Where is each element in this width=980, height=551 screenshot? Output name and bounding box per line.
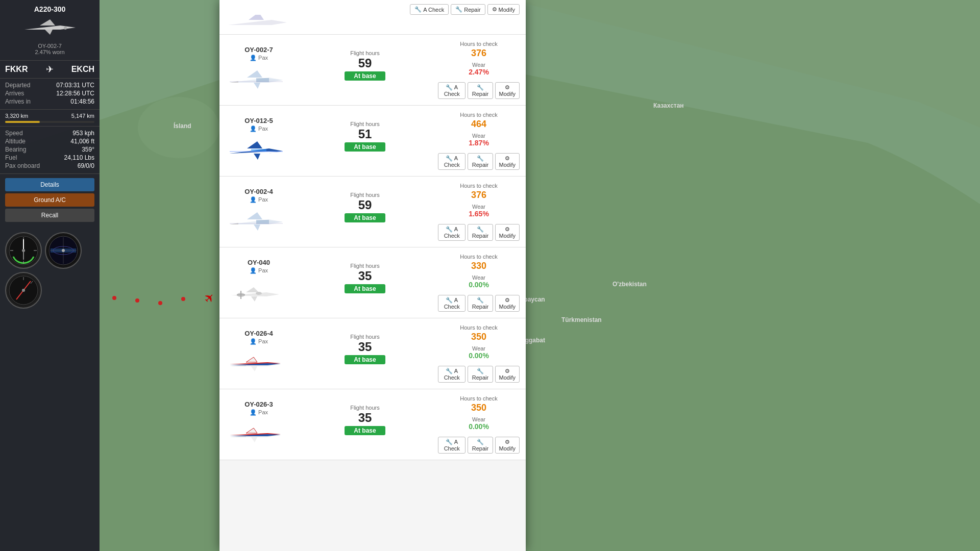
wear-value-4: 0.00% (438, 352, 520, 360)
route-from: FKKR (5, 65, 28, 74)
at-base-badge-0: At base (345, 71, 385, 81)
progress-track (5, 121, 94, 123)
flight-hours-label-4: Flight hours (297, 334, 433, 340)
repair-button-3[interactable]: 🔧 Repair (468, 295, 493, 312)
aircraft-header: A220-300 OY-002-7 2.47% worn (0, 0, 100, 61)
flight-hours-5: 35 (297, 411, 433, 425)
aircraft-type-0: 👤 Pax (226, 55, 292, 61)
flight-hours-label-5: Flight hours (297, 405, 433, 411)
wear-label-2: Wear (438, 204, 520, 210)
instruments-panel (0, 228, 100, 313)
a-check-button-0[interactable]: 🔧 A Check (438, 82, 465, 99)
flight-info-2: Flight hours 59 At base (297, 183, 433, 222)
aircraft-image (19, 15, 81, 41)
flight-hours-3: 35 (297, 269, 433, 283)
fuel-value: 24,110 Lbs (64, 154, 94, 161)
action-buttons-5: 🔧 A Check 🔧 Repair ⚙ Modify (438, 437, 520, 454)
maintenance-info-4: Hours to check 350 Wear 0.00% 🔧 A Check … (438, 324, 520, 383)
wear-value-1: 1.87% (438, 139, 520, 147)
instrument-compass (5, 232, 42, 269)
modify-button-0[interactable]: ⚙ Modify (495, 82, 520, 99)
aircraft-type-1: 👤 Pax (226, 126, 292, 132)
flight-dot-2 (135, 298, 139, 303)
maintenance-info-2: Hours to check 376 Wear 1.65% 🔧 A Check … (438, 183, 520, 241)
at-base-badge-2: At base (345, 213, 385, 222)
modify-button-5[interactable]: ⚙ Modify (495, 437, 520, 454)
repair-button-5[interactable]: 🔧 Repair (468, 437, 493, 454)
top-repair-button[interactable]: 🔧 Repair (451, 4, 485, 15)
top-a-check-button[interactable]: 🔧 A Check (410, 4, 449, 15)
flight-details: Speed 953 kph Altitude 41,006 ft Bearing… (0, 127, 100, 174)
wear-value-0: 2.47% (438, 68, 520, 76)
flight-info-5: Flight hours 35 At base (297, 395, 433, 435)
aircraft-image-2: OY-002-4 👤 Pax (226, 183, 292, 240)
aircraft-reg: OY-002-7 (5, 43, 94, 49)
svg-rect-25 (251, 149, 266, 152)
a-check-button-2[interactable]: 🔧 A Check (438, 224, 465, 241)
svg-point-20 (22, 289, 25, 292)
hours-to-check-1: 464 (438, 119, 520, 130)
wear-value-3: 0.00% (438, 281, 520, 289)
flight-hours-label-1: Flight hours (297, 121, 433, 127)
flight-info-1: Flight hours 51 At base (297, 112, 433, 152)
top-partial-item: 🔧 A Check 🔧 Repair ⚙ Modify (219, 0, 526, 35)
hours-to-check-label-4: Hours to check (438, 324, 520, 331)
bearing-label: Bearing (5, 146, 26, 153)
maintenance-info-3: Hours to check 330 Wear 0.00% 🔧 A Check … (438, 254, 520, 312)
aircraft-reg-4: OY-026-4 (226, 330, 292, 337)
modify-button-2[interactable]: ⚙ Modify (495, 224, 520, 241)
bearing-value: 359° (82, 146, 94, 153)
aircraft-image-1: OY-012-5 👤 Pax (226, 112, 292, 169)
aircraft-list-panel: 🔧 A Check 🔧 Repair ⚙ Modify (219, 0, 526, 551)
instrument-gyro (45, 232, 82, 269)
hours-to-check-3: 330 (438, 261, 520, 271)
ground-ac-button[interactable]: Ground A/C (5, 193, 94, 207)
wear-label-0: Wear (438, 62, 520, 68)
recall-button[interactable]: Recall (5, 209, 94, 222)
arrives-value: 12:28:56 UTC (56, 90, 94, 97)
hours-to-check-0: 376 (438, 48, 520, 59)
a-check-button-3[interactable]: 🔧 A Check (438, 295, 465, 312)
modify-button-4[interactable]: ⚙ Modify (495, 366, 520, 383)
departed-label: Departed (5, 82, 30, 89)
repair-button-1[interactable]: 🔧 Repair (468, 153, 493, 170)
aircraft-type-3: 👤 Pax (226, 267, 292, 274)
altitude-value: 41,006 ft (70, 138, 94, 145)
modify-button-1[interactable]: ⚙ Modify (495, 153, 520, 170)
sidebar-buttons: Details Ground A/C Recall (0, 174, 100, 228)
top-action-buttons: 🔧 A Check 🔧 Repair ⚙ Modify (226, 4, 520, 15)
sidebar: A220-300 OY-002-7 2.47% worn FKKR ✈ EKCH… (0, 0, 100, 551)
action-buttons-0: 🔧 A Check 🔧 Repair ⚙ Modify (438, 82, 520, 99)
flight-hours-label-3: Flight hours (297, 263, 433, 269)
aircraft-type-2: 👤 Pax (226, 196, 292, 203)
a-check-button-4[interactable]: 🔧 A Check (438, 366, 465, 383)
flight-hours-2: 59 (297, 198, 433, 212)
flight-hours-1: 51 (297, 127, 433, 141)
modify-button-3[interactable]: ⚙ Modify (495, 295, 520, 312)
wear-value-5: 0.00% (438, 422, 520, 431)
details-button[interactable]: Details (5, 178, 94, 191)
hours-to-check-4: 350 (438, 332, 520, 342)
departed-value: 07:03:31 UTC (56, 82, 94, 89)
route-plane-icon: ✈ (46, 64, 54, 75)
wear-label-5: Wear (438, 416, 520, 422)
flight-dot-4 (181, 297, 185, 301)
wear-label-1: Wear (438, 133, 520, 139)
aircraft-reg-1: OY-012-5 (226, 117, 292, 124)
at-base-badge-4: At base (345, 355, 385, 364)
repair-button-4[interactable]: 🔧 Repair (468, 366, 493, 383)
repair-button-0[interactable]: 🔧 Repair (468, 82, 493, 99)
a-check-button-1[interactable]: 🔧 A Check (438, 153, 465, 170)
maintenance-info-5: Hours to check 350 Wear 0.00% 🔧 A Check … (438, 395, 520, 454)
a-check-button-5[interactable]: 🔧 A Check (438, 437, 465, 454)
repair-button-2[interactable]: 🔧 Repair (468, 224, 493, 241)
flight-info-3: Flight hours 35 At base (297, 254, 433, 293)
svg-point-16 (62, 249, 65, 252)
hours-to-check-label-3: Hours to check (438, 254, 520, 260)
aircraft-model: A220-300 (5, 5, 94, 13)
top-modify-button[interactable]: ⚙ Modify (487, 4, 520, 15)
dist-covered: 3,320 km (5, 113, 28, 119)
aircraft-worn: 2.47% worn (5, 49, 94, 55)
hours-to-check-label-0: Hours to check (438, 41, 520, 47)
wear-label-4: Wear (438, 345, 520, 352)
